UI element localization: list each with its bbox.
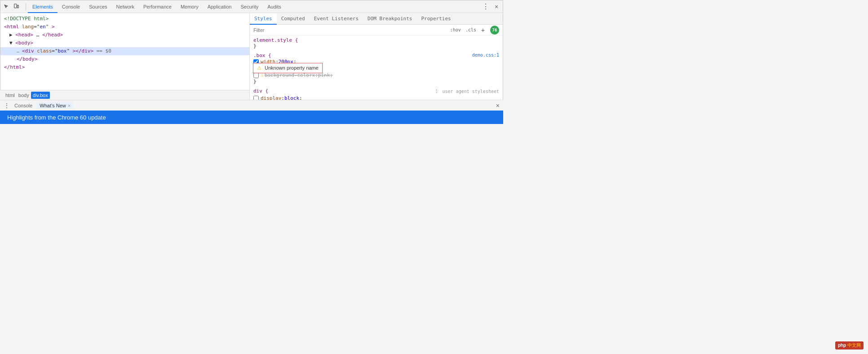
svg-rect-1	[18, 5, 19, 8]
box-close-brace: }	[253, 79, 257, 84]
gutter-marker: …	[17, 49, 22, 53]
ua-dots-button[interactable]: ⋮	[434, 88, 439, 94]
whats-new-close-button[interactable]: ×	[68, 103, 71, 108]
selector-text: element.style {	[253, 37, 298, 43]
more-options-button[interactable]: ⋮	[481, 2, 490, 11]
styles-tabs: Styles Computed Event Listeners DOM Brea…	[250, 13, 503, 25]
tab-performance[interactable]: Performance	[139, 0, 176, 13]
styles-tab-styles[interactable]: Styles	[250, 13, 277, 25]
dom-line-head[interactable]: ▶ <head> … </head>	[0, 31, 249, 39]
devtools-toolbar: Elements Console Sources Network Perform…	[0, 0, 503, 13]
user-avatar: 76	[490, 26, 499, 35]
tab-application[interactable]: Application	[203, 0, 236, 13]
tab-audits[interactable]: Audits	[263, 0, 286, 13]
html-close-tag: </html>	[4, 64, 25, 70]
close-brace: }	[253, 43, 257, 49]
css-close-box: }	[253, 79, 499, 84]
dom-line-html-close: </html>	[0, 63, 249, 71]
console-dots-button[interactable]: ⋮	[4, 102, 10, 109]
html-attr-name: lang="en"	[22, 24, 49, 30]
dom-line-div-box[interactable]: … <div class="box" ></div> == $0	[0, 47, 249, 55]
div-open-tag: <div	[22, 48, 34, 54]
ua-source-label: user agent stylesheet	[443, 88, 499, 95]
dom-selected-marker: == $0	[97, 48, 111, 54]
doctype-text: <!DOCTYPE html>	[4, 16, 49, 22]
breadcrumb-body[interactable]: body	[17, 92, 31, 99]
styles-tab-computed[interactable]: Computed	[277, 13, 310, 25]
filter-buttons: :hov .cls + 76	[449, 26, 499, 35]
bgcolorx-semicolon: ;	[330, 72, 333, 78]
head-expand-icon: ▶	[9, 32, 15, 38]
styles-filter-input[interactable]	[253, 27, 449, 33]
html-close-bracket: >	[52, 24, 55, 30]
head-close-tag: </head>	[42, 32, 63, 38]
console-section: ⋮ Console What's New × ×	[0, 100, 503, 111]
toolbar-divider	[26, 3, 26, 10]
css-rule-element-style: element.style { }	[253, 37, 499, 49]
tooltip-warning-icon: ⚠	[257, 65, 261, 71]
console-close-button[interactable]: ×	[496, 102, 500, 109]
styles-tab-properties[interactable]: Properties	[416, 13, 455, 25]
dom-line-html[interactable]: <html lang="en" >	[0, 23, 249, 31]
svg-rect-0	[14, 4, 17, 8]
div-class-attr: class="box"	[37, 48, 70, 54]
head-tag: <head>	[15, 32, 33, 38]
inspect-icon[interactable]	[2, 3, 10, 11]
tab-console[interactable]: Console	[58, 0, 84, 13]
body-close-tag: </body>	[17, 56, 37, 62]
add-style-button[interactable]: +	[479, 27, 487, 34]
main-page	[503, 0, 868, 354]
cls-button[interactable]: .cls	[464, 27, 478, 33]
device-icon[interactable]	[12, 3, 20, 11]
devtools-tabs: Elements Console Sources Network Perform…	[28, 0, 481, 13]
styles-tab-dom-breakpoints[interactable]: DOM Breakpoints	[363, 13, 416, 25]
css-source-demo[interactable]: demo.css:1	[472, 53, 499, 58]
php-zh-text: 中文网	[847, 343, 861, 348]
css-close-element-style: }	[253, 43, 499, 49]
body-expand-icon: ▼	[9, 40, 15, 46]
bgcolorx-checkbox[interactable]	[253, 73, 259, 78]
whats-new-tab[interactable]: What's New ×	[37, 102, 73, 109]
tab-elements[interactable]: Elements	[28, 0, 58, 13]
div-close-tag: ></div>	[73, 48, 93, 54]
unknown-property-tooltip: ⚠ Unknown property name	[253, 63, 323, 73]
css-selector-element-style: element.style {	[253, 37, 499, 43]
php-watermark: php 中文网	[835, 341, 864, 350]
body-open-tag: <body>	[15, 40, 33, 46]
css-rule-ua-header: div { ⋮ user agent stylesheet	[253, 88, 499, 95]
html-tag: <html	[4, 24, 19, 30]
toolbar-icons	[2, 3, 20, 11]
tab-security[interactable]: Security	[236, 0, 263, 13]
breadcrumb-div-box[interactable]: div.box	[31, 92, 50, 99]
breadcrumb-html[interactable]: html	[4, 92, 17, 99]
dom-line-body-open[interactable]: ▼ <body>	[0, 39, 249, 47]
dom-line-doctype: <!DOCTYPE html>	[0, 15, 249, 23]
head-ellipsis: …	[36, 32, 40, 38]
styles-filter-bar: :hov .cls + 76	[250, 25, 503, 35]
close-devtools-button[interactable]: ×	[492, 2, 501, 11]
styles-panel: Styles Computed Event Listeners DOM Brea…	[250, 13, 503, 107]
highlights-text: Highlights from the Chrome 60 update	[7, 114, 106, 121]
styles-tab-event-listeners[interactable]: Event Listeners	[310, 13, 363, 25]
tab-network[interactable]: Network	[112, 0, 139, 13]
tab-memory[interactable]: Memory	[176, 0, 203, 13]
div-selector: div {	[253, 88, 268, 95]
box-selector: .box {	[253, 53, 271, 58]
whats-new-label: What's New	[40, 103, 66, 108]
tab-sources[interactable]: Sources	[84, 0, 111, 13]
css-rule-box-header: demo.css:1 .box {	[253, 53, 499, 58]
hov-button[interactable]: :hov	[449, 27, 462, 33]
console-tab-console[interactable]: Console	[12, 102, 35, 109]
toolbar-end: ⋮ ×	[481, 2, 501, 11]
highlights-banner: Highlights from the Chrome 60 update	[0, 111, 503, 124]
tooltip-text: Unknown property name	[265, 65, 319, 71]
breadcrumb-bar: html body div.box	[0, 90, 249, 100]
console-toolbar: ⋮ Console What's New × ×	[0, 100, 503, 111]
dom-line-body-close: </body>	[0, 55, 249, 63]
php-text: php	[838, 343, 846, 348]
